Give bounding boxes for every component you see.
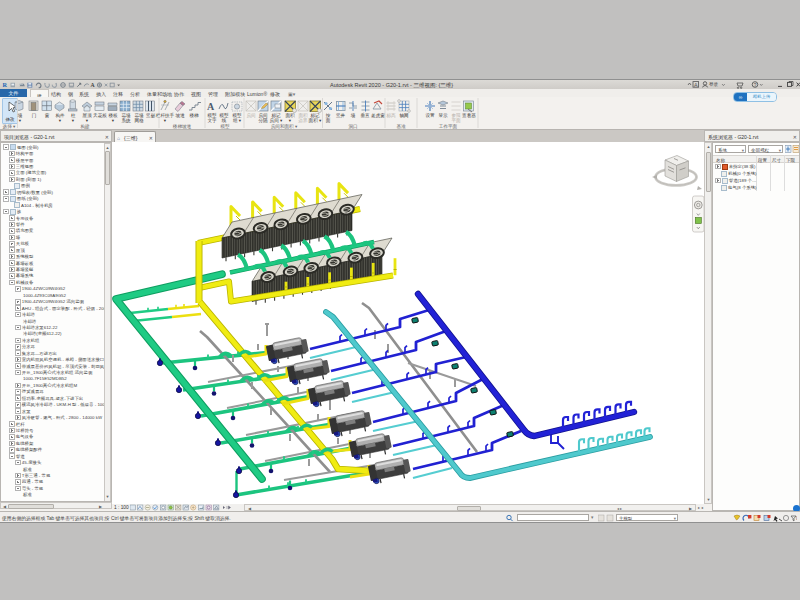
svg-text:登录: 登录 (709, 81, 719, 88)
svg-text:A: A (694, 82, 698, 88)
svg-text:?: ? (754, 82, 757, 88)
svg-text:A: A (91, 82, 96, 88)
svg-text:0: 0 (796, 516, 797, 521)
svg-text:A: A (207, 101, 215, 112)
svg-text:R: R (3, 81, 8, 88)
